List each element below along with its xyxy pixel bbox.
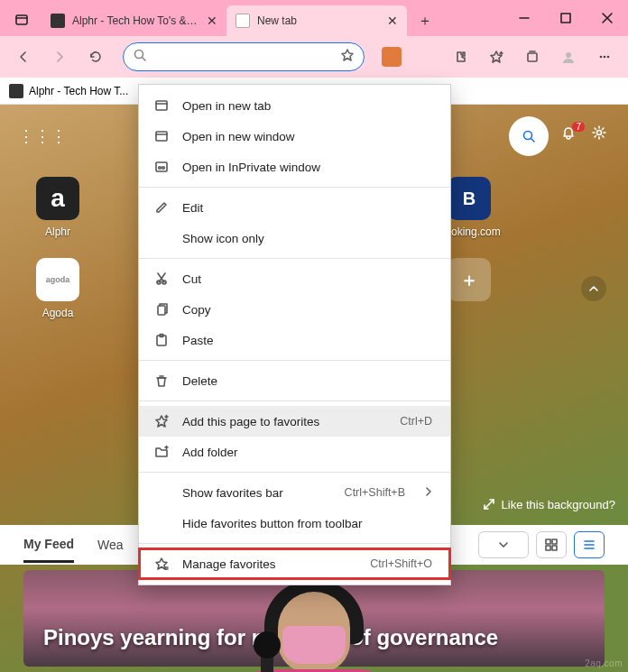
close-icon[interactable]: ✕ (387, 14, 398, 28)
menu-item-open-in-new-tab[interactable]: Open in new tab (139, 90, 450, 121)
close-icon[interactable]: ✕ (207, 14, 217, 28)
metamask-extension-button[interactable] (375, 41, 408, 73)
back-button[interactable] (7, 41, 40, 73)
tab-title: Alphr - Tech How To's & Gui… (72, 14, 199, 27)
bookmark-favicon-icon (9, 84, 23, 98)
chevron-right-icon (421, 484, 436, 502)
svg-point-15 (600, 56, 603, 59)
svg-rect-30 (156, 101, 167, 110)
menu-item-label: Add folder (182, 446, 436, 459)
svg-rect-26 (552, 546, 557, 550)
menu-item-show-favorites-bar[interactable]: Show favorites barCtrl+Shift+B (139, 477, 450, 508)
svg-point-36 (162, 167, 165, 170)
svg-rect-34 (156, 162, 167, 171)
menu-separator (139, 360, 450, 361)
svg-point-16 (604, 56, 606, 59)
blank-icon (153, 484, 170, 501)
fox-icon (382, 47, 402, 67)
tile-icon: agoda (36, 258, 79, 301)
chevron-down-icon (496, 538, 511, 552)
menu-item-paste[interactable]: Paste (139, 325, 450, 355)
extensions-button[interactable] (444, 41, 476, 73)
ntp-search-button[interactable] (509, 116, 549, 156)
add-favorite-icon[interactable] (340, 48, 355, 66)
menu-item-label: Manage favorites (182, 557, 357, 571)
more-button[interactable] (588, 41, 621, 73)
bookmark-item[interactable]: Alphr - Tech How T... (29, 85, 128, 97)
tab-newtab[interactable]: New tab ✕ (226, 5, 407, 36)
svg-rect-25 (546, 546, 550, 550)
tab-actions-button[interactable] (7, 5, 36, 34)
menu-item-add-folder[interactable]: Add folder (139, 437, 450, 467)
menu-item-add-this-page-to-favorites[interactable]: Add this page to favoritesCtrl+D (139, 406, 450, 437)
menu-shortcut: Ctrl+D (400, 415, 432, 428)
watermark: 2aq.com (585, 658, 623, 668)
page-settings-button[interactable] (592, 125, 610, 147)
svg-point-18 (524, 132, 532, 140)
newtab-favicon-icon (236, 14, 250, 28)
menu-separator (139, 258, 450, 259)
menu-shortcut: Ctrl+Shift+B (345, 486, 405, 499)
ellipsis-icon (597, 50, 612, 64)
cut-icon (153, 271, 170, 287)
star-icon (489, 50, 503, 64)
menu-item-cut[interactable]: Cut (139, 263, 450, 294)
menu-item-label: Hide favorites button from toolbar (182, 517, 436, 530)
tile-label: Agoda (42, 307, 74, 319)
menu-item-label: Copy (182, 303, 436, 317)
tab-alphr[interactable]: Alphr - Tech How To's & Gui… ✕ (42, 5, 226, 36)
menu-item-edit[interactable]: Edit (139, 192, 450, 223)
app-launcher-button[interactable]: ⋮⋮⋮ (18, 126, 67, 146)
search-icon (133, 48, 147, 66)
close-window-button[interactable] (586, 0, 628, 36)
menu-item-copy[interactable]: Copy (139, 294, 450, 325)
window-controls (503, 0, 628, 36)
address-bar[interactable] (123, 42, 365, 71)
like-background-link[interactable]: Like this background? (482, 497, 615, 511)
collections-button[interactable] (516, 41, 549, 73)
forward-button[interactable] (43, 41, 76, 73)
address-input[interactable] (154, 51, 340, 64)
tab-actions-icon (14, 13, 29, 27)
plus-icon: ＋ (448, 258, 491, 301)
menu-item-delete[interactable]: Delete (139, 365, 450, 396)
grid-view-button[interactable] (536, 531, 567, 558)
new-tab-button[interactable]: ＋ (412, 8, 438, 33)
tile-alphr[interactable]: a Alphr (18, 177, 97, 238)
blank-icon (153, 230, 170, 246)
edit-icon (153, 199, 170, 216)
maximize-icon (559, 11, 573, 25)
maximize-button[interactable] (545, 0, 586, 36)
tab-title: New tab (257, 14, 380, 27)
menu-item-hide-favorites-button-from-toolbar[interactable]: Hide favorites button from toolbar (139, 508, 450, 539)
feed-tab-myfeed[interactable]: My Feed (23, 528, 74, 563)
list-view-button[interactable] (574, 531, 605, 558)
menu-item-open-in-new-window[interactable]: Open in new window (139, 121, 450, 152)
svg-rect-32 (156, 132, 167, 141)
refresh-button[interactable] (79, 41, 112, 73)
tile-agoda[interactable]: agoda Agoda (18, 258, 97, 319)
menu-item-label: Show icon only (182, 232, 436, 245)
personalize-dropdown[interactable] (478, 531, 529, 558)
menu-item-label: Open in new tab (182, 99, 436, 113)
menu-separator (139, 187, 450, 188)
svg-point-20 (597, 131, 602, 135)
menu-shortcut: Ctrl+Shift+O (370, 557, 432, 570)
paste-icon (153, 332, 170, 348)
tile-icon: a (36, 177, 79, 220)
expand-tiles-button[interactable] (581, 276, 606, 301)
favorites-context-menu: Open in new tabOpen in new windowOpen in… (138, 84, 451, 585)
notifications-button[interactable]: 7 (561, 125, 579, 147)
minimize-button[interactable] (503, 0, 545, 36)
feed-tab-weather[interactable]: Wea (97, 529, 124, 561)
favorites-button[interactable] (480, 41, 513, 73)
svg-line-7 (143, 58, 145, 60)
grid-icon (544, 538, 559, 552)
toolbar (0, 36, 628, 78)
menu-item-show-icon-only[interactable]: Show icon only (139, 223, 450, 253)
menu-item-open-in-inprivate-window[interactable]: Open in InPrivate window (139, 152, 450, 182)
profile-button[interactable] (552, 41, 585, 73)
svg-point-17 (607, 56, 610, 59)
menu-item-manage-favorites[interactable]: Manage favoritesCtrl+Shift+O (139, 548, 450, 579)
svg-rect-23 (546, 539, 550, 544)
